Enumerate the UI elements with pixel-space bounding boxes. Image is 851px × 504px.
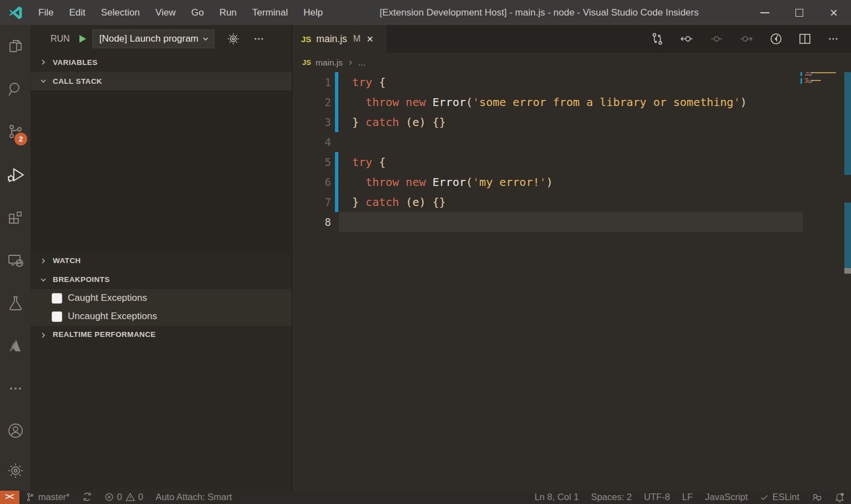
section-watch[interactable]: WATCH — [31, 251, 292, 270]
cursor-position-status[interactable]: Ln 8, Col 1 — [528, 491, 585, 502]
encoding-status[interactable]: UTF-8 — [638, 491, 676, 502]
section-variables[interactable]: VARIABLES — [31, 53, 292, 72]
line-number[interactable]: 3 — [292, 116, 339, 128]
sidebar-item-source-control[interactable]: 2 — [0, 110, 31, 153]
close-button[interactable]: × — [817, 0, 851, 25]
line-number[interactable]: 5 — [292, 156, 339, 168]
code-line[interactable]: 8 — [292, 212, 851, 232]
code-line[interactable]: 5try { — [292, 152, 851, 172]
breadcrumb[interactable]: JS main.js ... — [292, 53, 851, 72]
tab-main-js[interactable]: JS main.js M × — [292, 25, 387, 53]
menu-go[interactable]: Go — [183, 0, 212, 25]
git-branch-status[interactable]: master* — [19, 491, 76, 502]
line-number[interactable]: 2 — [292, 96, 339, 108]
line-number[interactable]: 4 — [292, 136, 339, 148]
close-tab-button[interactable]: × — [367, 33, 373, 46]
eslint-status[interactable]: ESLint — [754, 491, 805, 502]
auto-attach-status[interactable]: Auto Attach: Smart — [149, 491, 238, 502]
code-line[interactable]: 3} catch (e) {} — [292, 112, 851, 132]
split-editor-icon[interactable] — [798, 32, 812, 46]
problems-status[interactable]: 0 0 — [98, 491, 149, 502]
feedback-button[interactable] — [805, 491, 828, 502]
sidebar-item-remote-explorer[interactable] — [0, 239, 31, 281]
uncaught-exceptions-checkbox[interactable] — [52, 311, 62, 322]
minimap[interactable] — [803, 72, 844, 491]
encoding-label: UTF-8 — [644, 492, 670, 502]
code-text: try { — [339, 75, 386, 89]
sync-changes-button[interactable] — [76, 491, 98, 502]
menu-terminal[interactable]: Terminal — [244, 0, 296, 25]
maximize-button[interactable] — [782, 0, 817, 25]
code-line[interactable]: 2 throw new Error('some error from a lib… — [292, 92, 851, 112]
sidebar-item-azure[interactable] — [0, 324, 31, 367]
more-actions-button[interactable] — [252, 32, 266, 46]
menu-help[interactable]: Help — [296, 0, 331, 25]
remote-indicator[interactable]: >< — [0, 491, 19, 504]
more-actions-icon[interactable] — [827, 32, 840, 46]
launch-configuration-dropdown[interactable]: [Node] Launch program — [92, 29, 215, 48]
sidebar-item-explorer[interactable] — [0, 25, 31, 68]
section-breakpoints-label: BREAKPOINTS — [53, 275, 110, 284]
start-debugging-button[interactable] — [77, 33, 88, 44]
caught-exceptions-checkbox[interactable] — [52, 293, 62, 304]
menu-bar: File Edit Selection View Go Run Terminal… — [31, 0, 331, 25]
window-title: [Extension Development Host] - main.js -… — [331, 7, 748, 18]
minimize-button[interactable] — [748, 0, 782, 25]
section-call-stack[interactable]: CALL STACK — [31, 72, 292, 90]
run-panel-title: RUN — [51, 34, 70, 44]
sidebar-item-search[interactable] — [0, 68, 31, 110]
status-bar: >< master* 0 0 Auto Attach: Sma — [0, 491, 851, 504]
debug-toolbar: RUN [Node] Launch program — [31, 25, 292, 53]
sidebar-item-more-views[interactable] — [0, 367, 31, 410]
breadcrumb-file[interactable]: main.js — [316, 58, 343, 68]
files-icon — [7, 38, 24, 56]
line-number[interactable]: 6 — [292, 176, 339, 188]
tab-bar: JS main.js M × — [292, 25, 851, 53]
menu-view[interactable]: View — [148, 0, 184, 25]
code-line[interactable]: 6 throw new Error('my error!') — [292, 172, 851, 192]
breakpoint-uncaught-exceptions-row[interactable]: Uncaught Exceptions — [31, 308, 292, 326]
tab-label: main.js — [316, 33, 347, 45]
breakpoint-caught-exceptions-row[interactable]: Caught Exceptions — [31, 289, 292, 308]
open-changes-icon[interactable] — [650, 32, 664, 46]
previous-change-icon[interactable] — [679, 32, 694, 46]
menu-run[interactable]: Run — [212, 0, 244, 25]
menu-file[interactable]: File — [31, 0, 61, 25]
sidebar-item-run-and-debug[interactable] — [0, 153, 31, 196]
menu-edit[interactable]: Edit — [61, 0, 93, 25]
sidebar-item-testing[interactable] — [0, 281, 31, 324]
notifications-button[interactable] — [828, 491, 851, 502]
call-stack-body — [31, 90, 292, 251]
code-line[interactable]: 7} catch (e) {} — [292, 192, 851, 212]
source-control-badge: 2 — [14, 133, 27, 145]
eol-status[interactable]: LF — [676, 491, 699, 502]
next-change-icon[interactable] — [739, 32, 754, 46]
caught-exceptions-label: Caught Exceptions — [68, 293, 147, 304]
vscode-insiders-logo-icon — [0, 6, 31, 20]
line-number[interactable]: 1 — [292, 76, 339, 88]
settings-button[interactable] — [0, 451, 31, 491]
line-number[interactable]: 7 — [292, 196, 339, 208]
minimize-icon — [760, 12, 769, 13]
sidebar-item-extensions[interactable] — [0, 196, 31, 239]
maximize-icon — [795, 9, 803, 17]
ellipsis-icon — [7, 380, 24, 397]
breadcrumb-symbol[interactable]: ... — [358, 58, 366, 68]
code-line[interactable]: 4 — [292, 132, 851, 152]
code-line[interactable]: 1try { — [292, 72, 851, 92]
current-change-icon[interactable] — [709, 32, 724, 46]
indentation-status[interactable]: Spaces: 2 — [585, 491, 638, 502]
overview-ruler[interactable] — [844, 72, 851, 491]
language-mode-status[interactable]: JavaScript — [699, 491, 754, 502]
code-editor[interactable]: 1try {2 throw new Error('some error from… — [292, 72, 851, 491]
accounts-button[interactable] — [0, 411, 31, 451]
profile-timer-icon[interactable] — [769, 32, 783, 46]
configure-gear-button[interactable] — [227, 32, 240, 46]
section-breakpoints[interactable]: BREAKPOINTS — [31, 270, 292, 289]
section-realtime-performance[interactable]: REALTIME PERFORMANCE — [31, 326, 292, 491]
overview-ruler-modified-bar — [844, 203, 851, 268]
menu-selection[interactable]: Selection — [93, 0, 148, 25]
scrollbar-slider[interactable] — [844, 268, 851, 274]
gutter-modified-indicator — [335, 152, 338, 172]
line-number[interactable]: 8 — [292, 216, 339, 228]
